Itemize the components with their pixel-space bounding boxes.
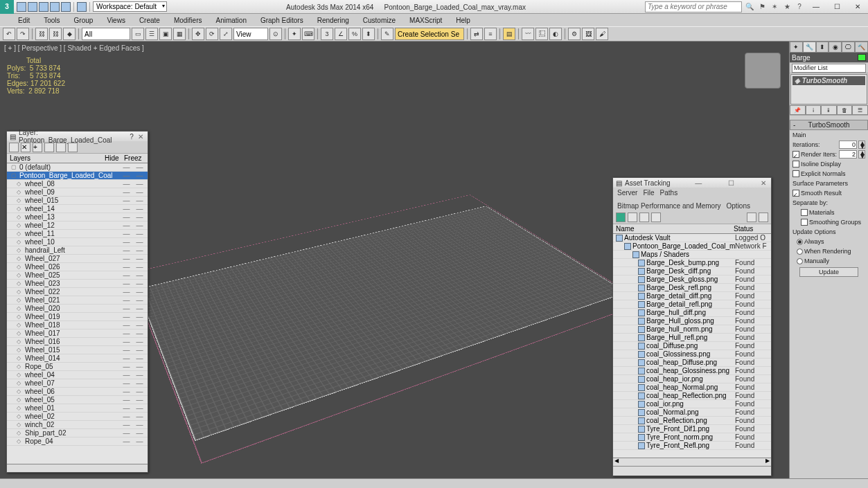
asset-row[interactable]: coal_heap_ior.pngFound bbox=[613, 375, 771, 383]
curve-editor-icon[interactable]: 〰 bbox=[522, 28, 534, 40]
layer-list[interactable]: ▢0 (default)——▢Pontoon_Barge_Loaded_Coal… bbox=[7, 163, 148, 464]
asset-menu-options[interactable]: Options bbox=[727, 202, 750, 210]
always-radio[interactable] bbox=[797, 239, 803, 245]
layer-item[interactable]: ◇wheel_07—— bbox=[7, 379, 148, 388]
select-icon[interactable]: ▭ bbox=[132, 28, 144, 40]
menu-customize[interactable]: Customize bbox=[357, 16, 401, 25]
layer-item[interactable]: ◇Wheel_025—— bbox=[7, 271, 148, 280]
select-name-icon[interactable]: ☰ bbox=[145, 28, 158, 40]
mirror-icon[interactable]: ⇄ bbox=[470, 28, 483, 40]
layer-item[interactable]: ◇wheel_01—— bbox=[7, 404, 148, 413]
tab-display[interactable]: 🖵 bbox=[842, 42, 855, 53]
redo-icon[interactable]: ↷ bbox=[17, 28, 29, 40]
layer-item[interactable]: ◇Wheel_015—— bbox=[7, 346, 148, 354]
layer-item[interactable]: ◇Wheel_014—— bbox=[7, 354, 148, 363]
viewport-label[interactable]: [ + ] [ Perspective ] [ Shaded + Edged F… bbox=[4, 44, 144, 52]
maximize-button[interactable]: ☐ bbox=[826, 0, 847, 14]
smgroups-check[interactable] bbox=[801, 219, 808, 226]
menu-tools[interactable]: Tools bbox=[38, 16, 65, 25]
asset-col-status[interactable]: Status bbox=[734, 225, 768, 233]
menu-create[interactable]: Create bbox=[134, 16, 166, 25]
asset-row[interactable]: Tyre_Front_Dif1.pngFound bbox=[613, 425, 771, 433]
layer-item[interactable]: ◇Wheel_021—— bbox=[7, 296, 148, 305]
app-logo[interactable]: 3 bbox=[0, 0, 14, 14]
iterations-spin-buttons[interactable]: ▲▼ bbox=[858, 141, 865, 149]
layer-item[interactable]: ◇Ship_part_02—— bbox=[7, 429, 148, 437]
snap-icon[interactable]: 3 bbox=[321, 28, 333, 40]
layer-item[interactable]: ◇wheel_10—— bbox=[7, 238, 148, 246]
spinner-snap-icon[interactable]: ⬍ bbox=[362, 28, 375, 40]
manip-icon[interactable]: ✦ bbox=[288, 28, 301, 40]
render-iters-spin-buttons[interactable]: ▲▼ bbox=[858, 150, 865, 159]
asset-menu-server[interactable]: Server bbox=[617, 189, 637, 197]
select-region-icon[interactable]: ▣ bbox=[159, 28, 172, 40]
bind-icon[interactable]: ◆ bbox=[63, 28, 76, 40]
at-refresh-icon[interactable] bbox=[616, 213, 626, 222]
update-button[interactable]: Update bbox=[799, 267, 858, 277]
favorites-icon[interactable]: ★ bbox=[782, 2, 792, 12]
exchange-icon[interactable]: ✶ bbox=[770, 2, 779, 12]
configure-icon[interactable]: ☰ bbox=[852, 105, 868, 115]
layer-col-hide[interactable]: Hide bbox=[105, 154, 124, 162]
keymode-icon[interactable]: ⌨ bbox=[302, 28, 315, 40]
qat-open-icon[interactable] bbox=[28, 2, 37, 12]
layer-item[interactable]: ◇wheel_08—— bbox=[7, 180, 148, 188]
menu-group[interactable]: Group bbox=[69, 16, 99, 25]
menu-modifiers[interactable]: Modifiers bbox=[168, 16, 208, 25]
named-selection-dropdown[interactable]: Create Selection Se bbox=[395, 28, 464, 40]
layer-item[interactable]: ◇Wheel_027—— bbox=[7, 255, 148, 263]
asset-row[interactable]: Barge_Desk_diff.pngFound bbox=[613, 267, 771, 275]
render-frame-icon[interactable]: 🖼 bbox=[582, 28, 594, 40]
layer-item[interactable]: ◇wheel_015—— bbox=[7, 197, 148, 205]
object-color-swatch[interactable] bbox=[858, 54, 866, 61]
at-table-icon[interactable] bbox=[651, 213, 661, 222]
explicit-check[interactable] bbox=[792, 170, 799, 177]
menu-edit[interactable]: Edit bbox=[12, 16, 35, 25]
tab-motion[interactable]: ◉ bbox=[829, 42, 842, 53]
asset-hscroll[interactable] bbox=[613, 458, 771, 466]
layer-panel-close[interactable]: ✕ bbox=[136, 133, 145, 141]
asset-row[interactable]: Pontoon_Barge_Loaded_Coal_max_vray.maxNe… bbox=[613, 242, 771, 251]
layer-item[interactable]: ◇Wheel_022—— bbox=[7, 288, 148, 296]
layer-mgr-icon[interactable]: ▤ bbox=[503, 28, 515, 40]
layer-item[interactable]: ◇Wheel_017—— bbox=[7, 329, 148, 338]
layer-item[interactable]: ◇wheel_02—— bbox=[7, 413, 148, 421]
layer-item[interactable]: ◇wheel_13—— bbox=[7, 213, 148, 222]
asset-row[interactable]: coal_heap_Diffuse.pngFound bbox=[613, 359, 771, 367]
render-iters-spinner[interactable]: 2 bbox=[839, 150, 857, 159]
align-icon[interactable]: ≡ bbox=[484, 28, 497, 40]
render-setup-icon[interactable]: ⚙ bbox=[568, 28, 581, 40]
qat-redo-icon[interactable] bbox=[61, 2, 71, 12]
menu-views[interactable]: Views bbox=[101, 16, 131, 25]
qat-save-icon[interactable] bbox=[39, 2, 48, 12]
asset-row[interactable]: coal_Normal.pngFound bbox=[613, 408, 771, 417]
layer-panel-help[interactable]: ? bbox=[130, 133, 134, 141]
selection-filter-dropdown[interactable]: All bbox=[82, 28, 130, 40]
qat-new-icon[interactable] bbox=[17, 2, 26, 12]
asset-row[interactable]: coal_Reflection.pngFound bbox=[613, 417, 771, 425]
link-icon[interactable]: ⛓ bbox=[35, 28, 48, 40]
unique-icon[interactable]: ⅱ bbox=[821, 105, 837, 115]
angle-snap-icon[interactable]: ∠ bbox=[335, 28, 347, 40]
layer-hscroll[interactable] bbox=[7, 464, 148, 472]
refcoord-dropdown[interactable]: View bbox=[233, 28, 268, 40]
iterations-spinner[interactable]: 0 bbox=[839, 141, 857, 149]
asset-row[interactable]: Barge_Desk_gloss.pngFound bbox=[613, 275, 771, 284]
menu-rendering[interactable]: Rendering bbox=[312, 16, 355, 25]
asset-menu-bitmap[interactable]: Bitmap Performance and Memory bbox=[617, 202, 721, 210]
menu-help[interactable]: Help bbox=[450, 16, 476, 25]
asset-panel-min[interactable]: — bbox=[694, 179, 703, 187]
asset-row[interactable]: Barge_hull_diff.pngFound bbox=[613, 309, 771, 317]
qat-link-icon[interactable] bbox=[77, 2, 87, 12]
layer-item[interactable]: ◇Rope_04—— bbox=[7, 437, 148, 446]
asset-tracking-panel[interactable]: ▤ Asset Tracking — ☐ ✕ ServerFilePathsBi… bbox=[612, 177, 772, 476]
menu-maxscript[interactable]: MAXScript bbox=[404, 16, 448, 25]
tab-create[interactable]: ✦ bbox=[790, 42, 803, 53]
layer-item[interactable]: ◇wheel_04—— bbox=[7, 371, 148, 379]
asset-row[interactable]: coal_ior.pngFound bbox=[613, 400, 771, 408]
tab-hierarchy[interactable]: ⬍ bbox=[816, 42, 829, 53]
asset-row[interactable]: Tyre_Front_Refl.pngFound bbox=[613, 442, 771, 450]
whenrender-radio[interactable] bbox=[797, 248, 803, 255]
menu-animation[interactable]: Animation bbox=[210, 16, 251, 25]
materials-check[interactable] bbox=[801, 209, 808, 216]
